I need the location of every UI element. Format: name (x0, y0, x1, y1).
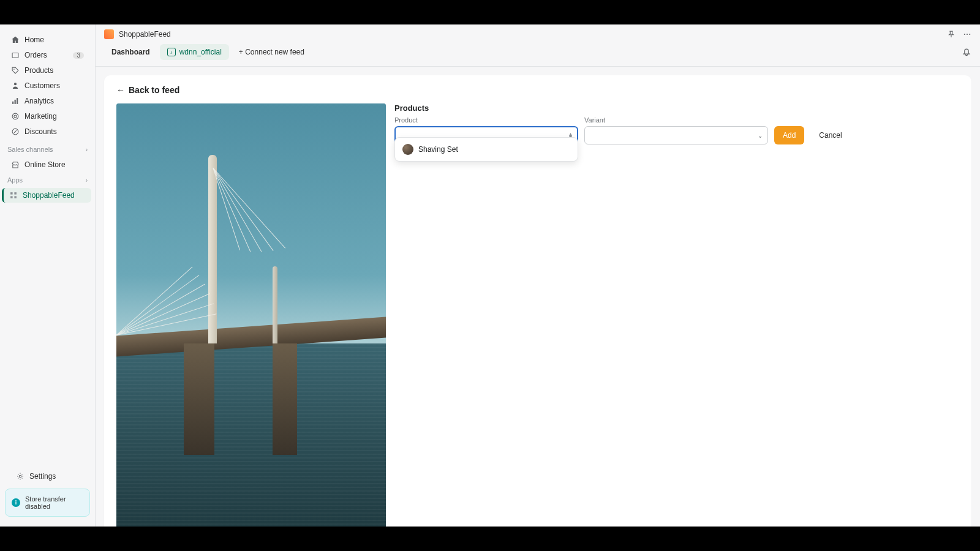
nav-discounts[interactable]: Discounts (4, 124, 91, 139)
tab-dashboard[interactable]: Dashboard (104, 44, 157, 60)
svg-rect-11 (10, 196, 13, 198)
add-button[interactable]: Add (774, 126, 804, 144)
dropdown-option-shaving-set[interactable]: Shaving Set (398, 140, 575, 159)
svg-point-15 (967, 34, 968, 35)
apps-header[interactable]: Apps › (0, 173, 95, 187)
nav-label: Home (24, 36, 44, 44)
nav-label: Customers (24, 81, 60, 90)
svg-point-14 (964, 34, 965, 35)
nav-analytics[interactable]: Analytics (4, 94, 91, 108)
products-panel: Products Product ▴▾ (394, 103, 959, 527)
store-icon (11, 160, 20, 169)
svg-rect-10 (14, 192, 17, 195)
svg-point-2 (14, 83, 17, 85)
nav-label: Analytics (24, 97, 54, 105)
svg-rect-12 (14, 196, 17, 198)
orders-badge: 3 (73, 52, 84, 59)
app-icon (9, 191, 18, 200)
tab-label: Dashboard (111, 48, 150, 56)
nav-home[interactable]: Home (4, 32, 91, 47)
pin-icon[interactable] (947, 30, 956, 39)
sales-channels-header[interactable]: Sales channels › (0, 142, 95, 157)
nav-products[interactable]: Products (4, 63, 91, 78)
discount-icon (11, 127, 20, 136)
nav-orders[interactable]: Orders 3 (4, 48, 91, 62)
nav-marketing[interactable]: Marketing (4, 109, 91, 124)
back-label: Back to feed (129, 85, 179, 95)
bell-icon[interactable] (962, 47, 971, 57)
tab-label: + Connect new feed (239, 48, 304, 56)
sidebar: Home Orders 3 Products Customers Analyti… (0, 24, 95, 527)
home-icon (11, 36, 20, 44)
orders-icon (11, 51, 20, 59)
back-to-feed-link[interactable]: ← Back to feed (116, 85, 959, 95)
nav-label: Products (24, 66, 53, 75)
nav-label: ShoppableFeed (23, 191, 75, 200)
target-icon (11, 112, 20, 121)
editor-card: ← Back to feed (104, 75, 971, 527)
arrow-left-icon: ← (116, 85, 125, 95)
nav-customers[interactable]: Customers (4, 78, 91, 93)
nav-label: Orders (24, 51, 47, 59)
svg-rect-9 (10, 192, 13, 195)
nav-label: Marketing (24, 112, 57, 121)
media-preview (116, 103, 386, 527)
variant-field-label: Variant (584, 116, 768, 124)
analytics-icon (11, 97, 20, 105)
info-icon: i (12, 498, 20, 507)
svg-rect-4 (15, 100, 16, 104)
section-label: Sales channels (7, 146, 53, 153)
nav-online-store[interactable]: Online Store (4, 157, 91, 172)
product-dropdown: Shaving Set (394, 137, 578, 162)
cancel-button[interactable]: Cancel (810, 126, 850, 144)
more-icon[interactable] (963, 30, 971, 39)
tab-connect-new[interactable]: + Connect new feed (232, 44, 312, 60)
tab-label: wdnn_official (179, 48, 222, 56)
svg-point-6 (12, 113, 18, 119)
chevron-right-icon: › (86, 177, 88, 184)
tag-icon (11, 66, 20, 75)
nav-settings[interactable]: Settings (9, 469, 86, 484)
svg-point-13 (19, 475, 21, 478)
svg-point-16 (969, 34, 970, 35)
gear-icon (16, 472, 24, 481)
product-field-label: Product (394, 116, 578, 124)
person-icon (11, 81, 20, 90)
notice-text: Store transfer disabled (25, 495, 83, 510)
nav-label: Discounts (24, 127, 57, 136)
nav-shoppablefeed[interactable]: ShoppableFeed (2, 188, 91, 203)
section-label: Apps (7, 176, 23, 184)
svg-point-7 (14, 115, 17, 118)
tabs-bar: Dashboard ♪ wdnn_official + Connect new … (96, 44, 980, 67)
tab-feed[interactable]: ♪ wdnn_official (160, 44, 229, 60)
products-title: Products (394, 103, 959, 113)
chevron-down-icon: ⌄ (758, 132, 763, 139)
dropdown-option-label: Shaving Set (418, 145, 458, 154)
svg-rect-0 (12, 53, 18, 58)
nav-label: Online Store (24, 160, 66, 169)
store-transfer-notice: i Store transfer disabled (5, 489, 90, 517)
main-content: ShoppableFeed Dashboard ♪ wdnn_official … (95, 24, 980, 527)
app-header: ShoppableFeed (96, 24, 980, 44)
svg-rect-3 (12, 102, 13, 104)
product-thumb-icon (402, 144, 413, 155)
nav-label: Settings (29, 472, 56, 481)
chevron-right-icon: › (86, 146, 88, 153)
tiktok-icon: ♪ (167, 48, 176, 56)
app-title: ShoppableFeed (119, 30, 171, 39)
svg-rect-5 (17, 98, 18, 104)
app-logo-icon (104, 29, 114, 39)
variant-select[interactable]: ⌄ (584, 126, 768, 144)
svg-point-1 (13, 69, 15, 70)
